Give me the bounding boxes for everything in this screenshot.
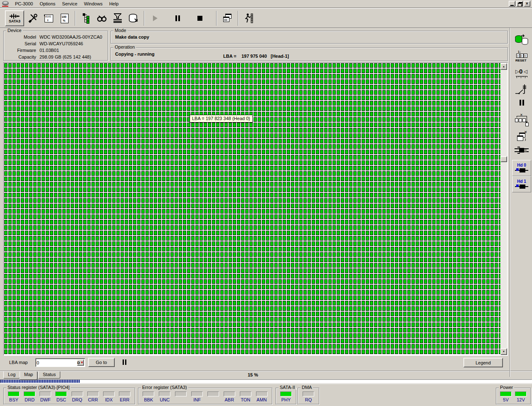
scrollbar-thumb[interactable] — [500, 156, 507, 162]
heads-button[interactable] — [513, 147, 530, 154]
led-cell-amn: AMN — [254, 391, 270, 402]
head-1-icon — [515, 184, 529, 189]
minimize-button[interactable] — [509, 1, 515, 7]
drive-id-icon: 0101 i — [43, 13, 54, 24]
recalibrate-button[interactable]: ▷ 0 ◁ — [513, 67, 530, 79]
device-model-value: WDC WD3200AAJS-00YZCA0 — [39, 34, 102, 40]
svg-text:100: 100 — [62, 15, 66, 18]
red-arrow-down-icon: ▼ — [80, 361, 84, 364]
menu-options[interactable]: Options — [36, 0, 59, 7]
lba-dropdown-button[interactable]: D ▼ — [77, 359, 84, 366]
clear-windows-icon: ✕ — [515, 130, 528, 143]
power-relay-button[interactable] — [513, 83, 530, 97]
tools-button[interactable] — [26, 10, 40, 26]
led-cell-dwf: DWF — [37, 391, 53, 402]
search-button[interactable] — [95, 10, 109, 26]
led-label: TON — [241, 398, 250, 402]
reset-drive-button[interactable]: 1↓ 000 RESET — [513, 49, 530, 64]
bottom-tab-bar: Log Map Status 15 % — [0, 371, 532, 379]
head-0-button[interactable]: Hd 0 — [512, 160, 531, 176]
status-register-group: Status register (SATA3)-[PIO4]BSYDRDDWFD… — [3, 388, 135, 404]
menu-service[interactable]: Service — [59, 0, 81, 7]
head-1-button[interactable]: Hd 1 — [512, 176, 531, 192]
progress-bar — [0, 379, 532, 383]
menu-pc3000[interactable]: PC-3000 — [12, 0, 36, 7]
data-copy-button[interactable] — [126, 10, 140, 26]
device-capacity-row: Capacity 298.09 GB (625 142 448) — [4, 54, 108, 60]
lba-map-label: LBA map — [9, 360, 28, 365]
svg-text:✕: ✕ — [524, 130, 527, 134]
map-scrollbar[interactable]: ▲ ▼ — [500, 63, 507, 355]
svg-text:0: 0 — [525, 54, 526, 57]
led-indicator — [207, 391, 219, 396]
led-cell-bbk: BBK — [140, 391, 157, 402]
task-tree-icon — [81, 13, 91, 24]
device-firmware-value: 01.03B01 — [39, 47, 59, 54]
sata2-group: SATA-IIPHY — [276, 388, 296, 404]
make-copy-button[interactable] — [513, 34, 530, 46]
tab-map-label: Map — [24, 372, 33, 377]
led-indicator — [143, 391, 154, 396]
test-100-button[interactable]: 100 % — [57, 10, 71, 26]
data-filter-icon — [112, 13, 123, 24]
operation-status: Copying - running — [111, 48, 507, 57]
restore-button[interactable] — [516, 1, 523, 7]
tab-map[interactable]: Map — [20, 372, 37, 380]
led-cell-ton: TON — [237, 391, 254, 402]
svg-text:0: 0 — [519, 68, 522, 75]
operation-head: [Head-1] — [271, 54, 289, 59]
svg-text:1↓: 1↓ — [518, 50, 521, 53]
data-filter-button[interactable] — [111, 10, 125, 26]
map-pause-indicator — [123, 359, 126, 365]
sata3-port-button[interactable]: SATA3 — [5, 10, 24, 26]
device-serial-row: Serial WD-WCAYU7059246 — [4, 40, 108, 47]
led-label: IDX — [105, 398, 113, 402]
register-panel: Status register (SATA3)-[PIO4]BSYDRDDWFD… — [0, 384, 532, 406]
tab-log[interactable]: Log — [3, 372, 20, 379]
lba-toolbar: LBA map D ▼ Go to Legend — [0, 356, 508, 370]
led-cell-drq: DRQ — [69, 391, 85, 402]
abort-commands-button[interactable]: ✕ — [513, 113, 530, 127]
process-run-button[interactable] — [242, 10, 256, 26]
head-1-label: Hd 1 — [517, 180, 526, 184]
led-indicator — [240, 391, 251, 396]
led-label: ERR — [120, 398, 129, 402]
led-label: RQ — [305, 398, 312, 402]
task-tree-button[interactable] — [79, 10, 93, 26]
led-cell-rq: RQ — [300, 391, 317, 402]
svg-text:✕: ✕ — [520, 113, 523, 117]
led-cell-drd: DRD — [22, 391, 37, 402]
led-label: BSY — [9, 398, 18, 402]
menu-windows[interactable]: Windows — [81, 0, 106, 7]
menu-help[interactable]: Help — [106, 0, 122, 7]
led-label: UNC — [160, 398, 170, 402]
led-label — [180, 398, 182, 402]
power-group-title: Power — [499, 385, 514, 390]
clear-windows-button[interactable]: ✕ — [513, 130, 530, 143]
copy-windows-button[interactable] — [220, 10, 234, 26]
device-panel: Device Model WDC WD3200AAJS-00YZCA0 Seri… — [3, 31, 108, 61]
legend-button[interactable]: Legend — [463, 358, 503, 367]
tab-status[interactable]: Status — [38, 372, 60, 379]
led-cell-unc: UNC — [157, 391, 173, 402]
lba-map-grid[interactable] — [4, 63, 501, 355]
goto-button[interactable]: Go to — [88, 358, 115, 367]
recalibrate-icon: ▷ 0 ◁ — [515, 67, 529, 79]
arrow-up-icon: ▲ — [502, 65, 505, 68]
stop-button[interactable] — [193, 10, 207, 26]
drive-id-button[interactable]: 0101 i — [42, 10, 56, 26]
sidebar-pause-button[interactable] — [513, 99, 530, 106]
device-model-row: Model WDC WD3200AAJS-00YZCA0 — [4, 34, 108, 40]
window-buttons: × — [509, 1, 530, 7]
right-sidebar: 1↓ 000 RESET ▷ 0 ◁ ✕ — [510, 28, 532, 377]
play-icon — [151, 15, 159, 22]
progress-percent-label: 15 % — [248, 372, 258, 377]
lba-input[interactable] — [37, 359, 77, 366]
power-group: Power5V12V — [496, 388, 531, 404]
scroll-up-button[interactable]: ▲ — [500, 63, 507, 70]
scroll-down-button[interactable]: ▼ — [500, 348, 507, 355]
pause-button[interactable] — [170, 10, 185, 26]
progress-bar-fill — [0, 380, 80, 383]
close-button[interactable]: × — [524, 1, 530, 7]
start-button[interactable] — [148, 10, 162, 26]
